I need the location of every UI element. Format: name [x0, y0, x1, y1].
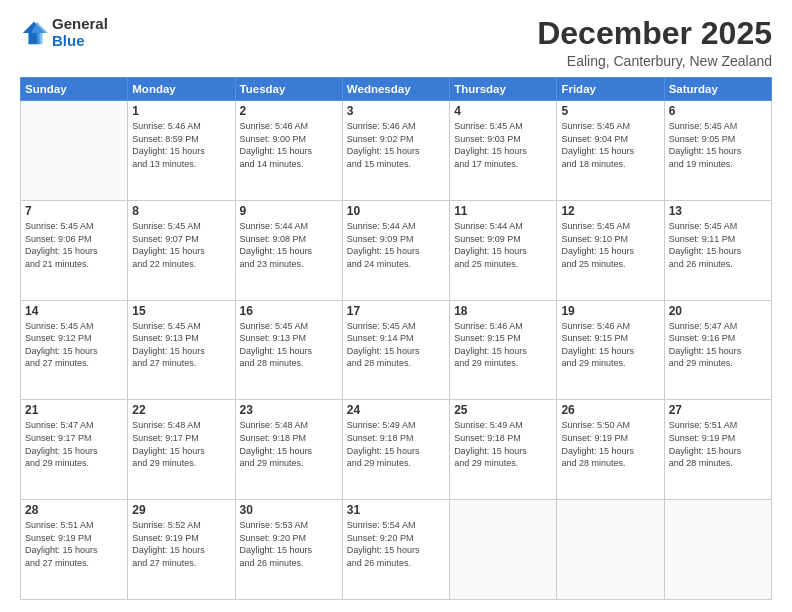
calendar-cell: 18Sunrise: 5:46 AM Sunset: 9:15 PM Dayli…	[450, 300, 557, 400]
day-info: Sunrise: 5:47 AM Sunset: 9:17 PM Dayligh…	[25, 419, 123, 469]
day-number: 31	[347, 503, 445, 517]
day-info: Sunrise: 5:45 AM Sunset: 9:12 PM Dayligh…	[25, 320, 123, 370]
logo-general-text: General	[52, 16, 108, 33]
calendar-cell: 30Sunrise: 5:53 AM Sunset: 9:20 PM Dayli…	[235, 500, 342, 600]
day-info: Sunrise: 5:46 AM Sunset: 9:02 PM Dayligh…	[347, 120, 445, 170]
day-number: 25	[454, 403, 552, 417]
month-title: December 2025	[537, 16, 772, 51]
day-info: Sunrise: 5:44 AM Sunset: 9:09 PM Dayligh…	[454, 220, 552, 270]
day-info: Sunrise: 5:45 AM Sunset: 9:14 PM Dayligh…	[347, 320, 445, 370]
day-number: 4	[454, 104, 552, 118]
header-sunday: Sunday	[21, 78, 128, 101]
calendar-cell: 26Sunrise: 5:50 AM Sunset: 9:19 PM Dayli…	[557, 400, 664, 500]
day-number: 10	[347, 204, 445, 218]
calendar-cell: 20Sunrise: 5:47 AM Sunset: 9:16 PM Dayli…	[664, 300, 771, 400]
day-number: 18	[454, 304, 552, 318]
day-info: Sunrise: 5:45 AM Sunset: 9:07 PM Dayligh…	[132, 220, 230, 270]
day-number: 3	[347, 104, 445, 118]
day-number: 27	[669, 403, 767, 417]
header-thursday: Thursday	[450, 78, 557, 101]
day-number: 17	[347, 304, 445, 318]
day-info: Sunrise: 5:45 AM Sunset: 9:13 PM Dayligh…	[240, 320, 338, 370]
day-info: Sunrise: 5:51 AM Sunset: 9:19 PM Dayligh…	[25, 519, 123, 569]
day-info: Sunrise: 5:45 AM Sunset: 9:04 PM Dayligh…	[561, 120, 659, 170]
day-info: Sunrise: 5:45 AM Sunset: 9:10 PM Dayligh…	[561, 220, 659, 270]
day-number: 1	[132, 104, 230, 118]
logo-text: General Blue	[52, 16, 108, 49]
header-friday: Friday	[557, 78, 664, 101]
calendar-cell: 5Sunrise: 5:45 AM Sunset: 9:04 PM Daylig…	[557, 101, 664, 201]
calendar-cell: 12Sunrise: 5:45 AM Sunset: 9:10 PM Dayli…	[557, 200, 664, 300]
calendar-cell: 21Sunrise: 5:47 AM Sunset: 9:17 PM Dayli…	[21, 400, 128, 500]
day-info: Sunrise: 5:49 AM Sunset: 9:18 PM Dayligh…	[454, 419, 552, 469]
day-info: Sunrise: 5:49 AM Sunset: 9:18 PM Dayligh…	[347, 419, 445, 469]
day-number: 23	[240, 403, 338, 417]
day-number: 8	[132, 204, 230, 218]
day-number: 6	[669, 104, 767, 118]
weekday-header-row: Sunday Monday Tuesday Wednesday Thursday…	[21, 78, 772, 101]
calendar-cell	[21, 101, 128, 201]
calendar-cell: 23Sunrise: 5:48 AM Sunset: 9:18 PM Dayli…	[235, 400, 342, 500]
day-info: Sunrise: 5:53 AM Sunset: 9:20 PM Dayligh…	[240, 519, 338, 569]
day-info: Sunrise: 5:51 AM Sunset: 9:19 PM Dayligh…	[669, 419, 767, 469]
calendar-cell	[664, 500, 771, 600]
header-saturday: Saturday	[664, 78, 771, 101]
logo: General Blue	[20, 16, 108, 49]
header: General Blue December 2025 Ealing, Cante…	[20, 16, 772, 69]
calendar-week-row: 1Sunrise: 5:46 AM Sunset: 8:59 PM Daylig…	[21, 101, 772, 201]
logo-icon	[20, 19, 48, 47]
day-number: 15	[132, 304, 230, 318]
location: Ealing, Canterbury, New Zealand	[537, 53, 772, 69]
header-wednesday: Wednesday	[342, 78, 449, 101]
calendar-week-row: 7Sunrise: 5:45 AM Sunset: 9:06 PM Daylig…	[21, 200, 772, 300]
day-info: Sunrise: 5:44 AM Sunset: 9:08 PM Dayligh…	[240, 220, 338, 270]
calendar-cell: 31Sunrise: 5:54 AM Sunset: 9:20 PM Dayli…	[342, 500, 449, 600]
day-info: Sunrise: 5:45 AM Sunset: 9:13 PM Dayligh…	[132, 320, 230, 370]
day-info: Sunrise: 5:48 AM Sunset: 9:17 PM Dayligh…	[132, 419, 230, 469]
calendar-cell: 4Sunrise: 5:45 AM Sunset: 9:03 PM Daylig…	[450, 101, 557, 201]
day-info: Sunrise: 5:48 AM Sunset: 9:18 PM Dayligh…	[240, 419, 338, 469]
day-info: Sunrise: 5:45 AM Sunset: 9:06 PM Dayligh…	[25, 220, 123, 270]
day-number: 21	[25, 403, 123, 417]
page: General Blue December 2025 Ealing, Cante…	[0, 0, 792, 612]
day-number: 9	[240, 204, 338, 218]
calendar-cell	[557, 500, 664, 600]
day-number: 20	[669, 304, 767, 318]
calendar-week-row: 28Sunrise: 5:51 AM Sunset: 9:19 PM Dayli…	[21, 500, 772, 600]
day-info: Sunrise: 5:44 AM Sunset: 9:09 PM Dayligh…	[347, 220, 445, 270]
day-number: 5	[561, 104, 659, 118]
header-monday: Monday	[128, 78, 235, 101]
day-info: Sunrise: 5:47 AM Sunset: 9:16 PM Dayligh…	[669, 320, 767, 370]
day-number: 13	[669, 204, 767, 218]
calendar-cell: 2Sunrise: 5:46 AM Sunset: 9:00 PM Daylig…	[235, 101, 342, 201]
calendar-cell: 29Sunrise: 5:52 AM Sunset: 9:19 PM Dayli…	[128, 500, 235, 600]
day-number: 30	[240, 503, 338, 517]
calendar-cell: 16Sunrise: 5:45 AM Sunset: 9:13 PM Dayli…	[235, 300, 342, 400]
day-number: 11	[454, 204, 552, 218]
day-info: Sunrise: 5:45 AM Sunset: 9:11 PM Dayligh…	[669, 220, 767, 270]
calendar: Sunday Monday Tuesday Wednesday Thursday…	[20, 77, 772, 600]
day-info: Sunrise: 5:46 AM Sunset: 9:15 PM Dayligh…	[561, 320, 659, 370]
day-number: 7	[25, 204, 123, 218]
day-number: 14	[25, 304, 123, 318]
calendar-cell: 15Sunrise: 5:45 AM Sunset: 9:13 PM Dayli…	[128, 300, 235, 400]
day-number: 29	[132, 503, 230, 517]
calendar-cell: 17Sunrise: 5:45 AM Sunset: 9:14 PM Dayli…	[342, 300, 449, 400]
day-number: 16	[240, 304, 338, 318]
day-info: Sunrise: 5:46 AM Sunset: 9:00 PM Dayligh…	[240, 120, 338, 170]
logo-blue-text: Blue	[52, 33, 108, 50]
day-number: 2	[240, 104, 338, 118]
calendar-cell: 28Sunrise: 5:51 AM Sunset: 9:19 PM Dayli…	[21, 500, 128, 600]
calendar-cell: 8Sunrise: 5:45 AM Sunset: 9:07 PM Daylig…	[128, 200, 235, 300]
day-number: 22	[132, 403, 230, 417]
day-info: Sunrise: 5:52 AM Sunset: 9:19 PM Dayligh…	[132, 519, 230, 569]
calendar-cell: 11Sunrise: 5:44 AM Sunset: 9:09 PM Dayli…	[450, 200, 557, 300]
calendar-cell: 3Sunrise: 5:46 AM Sunset: 9:02 PM Daylig…	[342, 101, 449, 201]
day-number: 24	[347, 403, 445, 417]
day-info: Sunrise: 5:50 AM Sunset: 9:19 PM Dayligh…	[561, 419, 659, 469]
header-tuesday: Tuesday	[235, 78, 342, 101]
calendar-cell: 19Sunrise: 5:46 AM Sunset: 9:15 PM Dayli…	[557, 300, 664, 400]
calendar-cell: 13Sunrise: 5:45 AM Sunset: 9:11 PM Dayli…	[664, 200, 771, 300]
calendar-cell: 7Sunrise: 5:45 AM Sunset: 9:06 PM Daylig…	[21, 200, 128, 300]
calendar-cell: 14Sunrise: 5:45 AM Sunset: 9:12 PM Dayli…	[21, 300, 128, 400]
